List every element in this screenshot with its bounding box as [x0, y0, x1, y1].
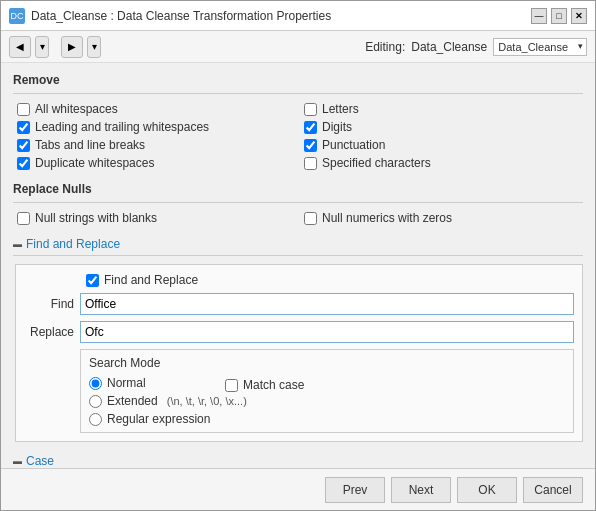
main-scroll-area[interactable]: Remove All whitespaces Letters Leading a… [1, 63, 595, 468]
replace-nulls-header: Replace Nulls [13, 182, 583, 196]
close-button[interactable]: ✕ [571, 8, 587, 24]
checkbox-all-whitespaces-input[interactable] [17, 103, 30, 116]
radio-regex[interactable]: Regular expression [89, 412, 565, 426]
checkbox-specified-characters[interactable]: Specified characters [304, 156, 583, 170]
checkbox-letters-input[interactable] [304, 103, 317, 116]
radio-normal-input[interactable] [89, 377, 102, 390]
checkbox-all-whitespaces-label: All whitespaces [35, 102, 118, 116]
remove-checkboxes: All whitespaces Letters Leading and trai… [13, 102, 583, 170]
replace-nulls-checkboxes: Null strings with blanks Null numerics w… [13, 211, 583, 225]
find-replace-divider [13, 255, 583, 256]
maximize-button[interactable]: □ [551, 8, 567, 24]
checkbox-null-strings-label: Null strings with blanks [35, 211, 157, 225]
next-button[interactable]: Next [391, 477, 451, 503]
title-bar-left: DC Data_Cleanse : Data Cleanse Transform… [9, 8, 331, 24]
nav-forward-button[interactable]: ▶ [61, 36, 83, 58]
nav-forward-dropdown-button[interactable]: ▾ [87, 36, 101, 58]
case-collapsible-header[interactable]: ▬ Case [13, 454, 583, 468]
minimize-button[interactable]: — [531, 8, 547, 24]
checkbox-punctuation-label: Punctuation [322, 138, 385, 152]
app-icon: DC [9, 8, 25, 24]
replace-nulls-section: Replace Nulls Null strings with blanks N… [13, 182, 583, 225]
nav-back-button[interactable]: ◀ [9, 36, 31, 58]
checkbox-null-numerics[interactable]: Null numerics with zeros [304, 211, 583, 225]
checkbox-digits-input[interactable] [304, 121, 317, 134]
case-section-title: Case [26, 454, 54, 468]
toolbar: ◀ ▾ ▶ ▾ Editing: Data_Cleanse Data_Clean… [1, 31, 595, 63]
footer: Prev Next OK Cancel [1, 468, 595, 510]
replace-input[interactable] [80, 321, 574, 343]
checkbox-duplicate-whitespaces-label: Duplicate whitespaces [35, 156, 154, 170]
search-mode-box: Search Mode Normal Match case [80, 349, 574, 433]
checkbox-all-whitespaces[interactable]: All whitespaces [17, 102, 296, 116]
window-title: Data_Cleanse : Data Cleanse Transformati… [31, 9, 331, 23]
radio-regex-input[interactable] [89, 413, 102, 426]
find-replace-enable-input[interactable] [86, 274, 99, 287]
find-replace-enable-label: Find and Replace [104, 273, 198, 287]
checkbox-duplicate-whitespaces-input[interactable] [17, 157, 30, 170]
collapse-icon: ▬ [13, 239, 22, 249]
checkbox-letters-label: Letters [322, 102, 359, 116]
ok-button[interactable]: OK [457, 477, 517, 503]
find-replace-enable-row: Find and Replace [24, 273, 574, 287]
find-replace-enable-checkbox[interactable]: Find and Replace [86, 273, 198, 287]
find-row: Find [24, 293, 574, 315]
match-case-checkbox[interactable]: Match case [225, 378, 304, 392]
replace-nulls-divider [13, 202, 583, 203]
checkbox-leading-trailing-label: Leading and trailing whitespaces [35, 120, 209, 134]
radio-extended-label: Extended [107, 394, 158, 408]
nav-dropdown-button[interactable]: ▾ [35, 36, 49, 58]
normal-row: Normal Match case [89, 376, 565, 394]
cancel-button[interactable]: Cancel [523, 477, 583, 503]
case-section: ▬ Case [13, 454, 583, 468]
find-label: Find [24, 297, 74, 311]
checkbox-tabs-line-breaks[interactable]: Tabs and line breaks [17, 138, 296, 152]
main-window: DC Data_Cleanse : Data Cleanse Transform… [0, 0, 596, 511]
find-input[interactable] [80, 293, 574, 315]
search-mode-title: Search Mode [89, 356, 565, 370]
checkbox-punctuation-input[interactable] [304, 139, 317, 152]
editing-dropdown[interactable]: Data_Cleanse ▾ [493, 38, 587, 56]
checkbox-letters[interactable]: Letters [304, 102, 583, 116]
checkbox-digits-label: Digits [322, 120, 352, 134]
match-case-label: Match case [243, 378, 304, 392]
replace-label: Replace [24, 325, 74, 339]
checkbox-punctuation[interactable]: Punctuation [304, 138, 583, 152]
checkbox-duplicate-whitespaces[interactable]: Duplicate whitespaces [17, 156, 296, 170]
find-replace-inner: Find and Replace Find Replace [15, 264, 583, 442]
find-replace-section: ▬ Find and Replace Find and Replace [13, 237, 583, 442]
dropdown-arrow-icon: ▾ [578, 41, 583, 51]
checkbox-tabs-line-breaks-label: Tabs and line breaks [35, 138, 145, 152]
checkbox-null-strings[interactable]: Null strings with blanks [17, 211, 296, 225]
find-replace-collapsible-header[interactable]: ▬ Find and Replace [13, 237, 583, 251]
title-bar: DC Data_Cleanse : Data Cleanse Transform… [1, 1, 595, 31]
checkbox-null-strings-input[interactable] [17, 212, 30, 225]
checkbox-null-numerics-input[interactable] [304, 212, 317, 225]
checkbox-tabs-line-breaks-input[interactable] [17, 139, 30, 152]
replace-row: Replace [24, 321, 574, 343]
content-area: Remove All whitespaces Letters Leading a… [1, 63, 595, 468]
editing-value: Data_Cleanse [411, 40, 487, 54]
remove-section: Remove All whitespaces Letters Leading a… [13, 73, 583, 170]
find-replace-section-title: Find and Replace [26, 237, 120, 251]
radio-regex-label: Regular expression [107, 412, 210, 426]
editing-label: Editing: [365, 40, 405, 54]
radio-normal-label: Normal [107, 376, 146, 390]
match-case-input[interactable] [225, 379, 238, 392]
case-collapse-icon: ▬ [13, 456, 22, 466]
toolbar-left: ◀ ▾ ▶ ▾ [9, 36, 101, 58]
radio-extended-input[interactable] [89, 395, 102, 408]
remove-section-header: Remove [13, 73, 583, 87]
prev-button[interactable]: Prev [325, 477, 385, 503]
checkbox-null-numerics-label: Null numerics with zeros [322, 211, 452, 225]
checkbox-leading-trailing-input[interactable] [17, 121, 30, 134]
radio-normal[interactable]: Normal [89, 376, 209, 390]
toolbar-right: Editing: Data_Cleanse Data_Cleanse ▾ [365, 38, 587, 56]
checkbox-digits[interactable]: Digits [304, 120, 583, 134]
checkbox-leading-trailing[interactable]: Leading and trailing whitespaces [17, 120, 296, 134]
window-controls: — □ ✕ [531, 8, 587, 24]
checkbox-specified-characters-input[interactable] [304, 157, 317, 170]
checkbox-specified-characters-label: Specified characters [322, 156, 431, 170]
remove-divider [13, 93, 583, 94]
radio-extended[interactable]: Extended (\n, \t, \r, \0, \x...) [89, 394, 565, 408]
